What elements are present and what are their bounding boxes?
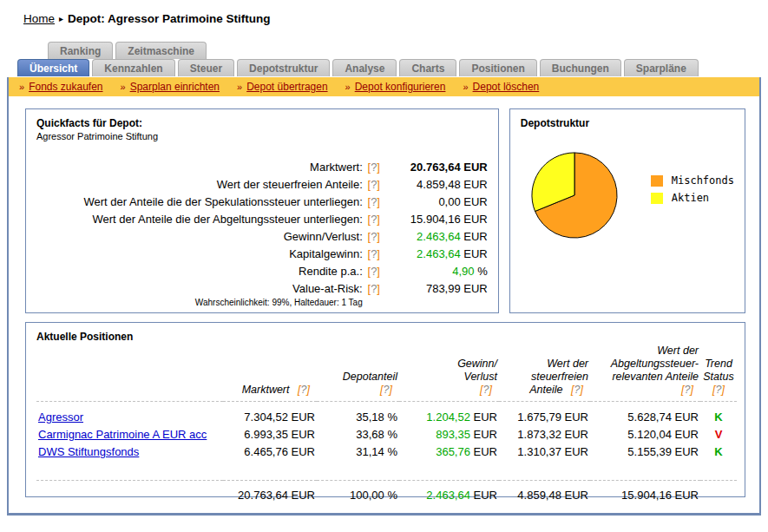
column-header-steuerfrei: Wert dersteuerfreienAnteile [?]: [499, 345, 590, 402]
help-bracket: ]: [580, 384, 582, 396]
help-icon[interactable]: [?]: [566, 384, 588, 397]
quickfact-label: Wert der Anteile die der Spekulationsste…: [83, 194, 362, 211]
primary-tab-bar: ÜbersichtKennzahlenSteuerDepotstrukturAn…: [17, 59, 768, 77]
fund-name-cell: DWS Stiftungsfonds: [36, 443, 223, 461]
double-chevron-icon: »: [121, 82, 126, 92]
pie-legend: MischfondsAktien: [651, 174, 734, 240]
double-chevron-icon: »: [19, 82, 24, 92]
help-icon[interactable]: [?]: [363, 159, 385, 176]
help-bracket: ]: [690, 384, 693, 396]
quickfact-number: 2.463,64: [417, 247, 461, 260]
positions-panel: Aktuelle Positionen Marktwert [?]Depotan…: [25, 322, 745, 497]
breadcrumb: Home▸Depot: Agressor Patrimoine Stiftung: [0, 0, 768, 28]
content-container: »Fonds zukaufen»Sparplan einrichten»Depo…: [7, 77, 761, 516]
help-bracket: ]: [377, 213, 380, 226]
table-spacer-row: [36, 461, 737, 480]
column-header-gewinn: Gewinn/Verlust[?]: [399, 345, 499, 402]
tab-buchungen[interactable]: Buchungen: [540, 59, 621, 76]
help-icon[interactable]: [?]: [475, 384, 497, 397]
action-link-depot-konfigurieren[interactable]: Depot konfigurieren: [355, 81, 446, 93]
abgeltung-cell: 5.120,04 EUR: [590, 426, 700, 443]
depot-structure-chart: MischfondsAktien: [529, 150, 734, 240]
quickfact-number: 15.904,16: [410, 213, 461, 226]
action-link-depot-l-schen[interactable]: Depot löschen: [473, 81, 540, 93]
tab-positionen[interactable]: Positionen: [459, 59, 536, 76]
help-icon[interactable]: [?]: [375, 384, 397, 397]
help-icon[interactable]: [?]: [707, 384, 730, 397]
quickfact-value: 783,99 EUR: [385, 280, 488, 298]
quickfact-value: 4,90 %: [385, 263, 488, 280]
legend-label: Aktien: [672, 192, 709, 204]
action-link-depot-bertragen[interactable]: Depot übertragen: [246, 81, 327, 93]
quickfact-label: Rendite p.a.:: [299, 263, 363, 280]
position-row: Carmignac Patrimoine A EUR acc6.993,35 E…: [36, 426, 737, 443]
position-row: DWS Stiftungsfonds6.465,76 EUR31,14 %365…: [36, 443, 737, 461]
total-steuerfrei-cell: 4.859,48 EUR: [499, 480, 590, 504]
depotstruktur-title: Depotstruktur: [521, 117, 734, 129]
tab-bersicht[interactable]: Übersicht: [17, 59, 89, 76]
quickfact-label: Wert der steuerfreien Anteile:: [217, 176, 363, 194]
tab-depotstruktur[interactable]: Depotstruktur: [237, 59, 330, 76]
gewinn-number: 893,35: [436, 428, 470, 441]
marktwert-cell: 7.304,52 EUR: [223, 402, 317, 427]
gewinn-cell: 365,76 EUR: [399, 443, 499, 461]
quickfact-label: Value-at-Risk:Wahrscheinlichkeit: 99%, H…: [195, 280, 363, 307]
fund-link-dws-stiftungsfonds[interactable]: DWS Stiftungsfonds: [38, 445, 139, 458]
quickfact-row: Gewinn/Verlust:[?]2.463,64 EUR: [36, 228, 488, 246]
help-bracket: ]: [377, 161, 380, 174]
help-bracket: ]: [377, 178, 380, 191]
action-item-sparplan-einrichten: »Sparplan einrichten: [121, 81, 220, 93]
column-header-abgeltung: Wert derAbgeltungssteuer-relevanten Ante…: [590, 345, 700, 402]
quickfacts-subtitle: Agressor Patrimoine Stiftung: [36, 131, 488, 141]
help-bracket: ]: [377, 230, 380, 243]
steuerfrei-cell: 1.675,79 EUR: [499, 402, 590, 427]
spacer-cell: [36, 461, 737, 480]
quickfacts-rows: Marktwert:[?]20.763,64 EURWert der steue…: [36, 159, 488, 307]
tab-analyse[interactable]: Analyse: [332, 59, 397, 76]
help-icon[interactable]: [?]: [363, 176, 385, 194]
help-icon[interactable]: [?]: [292, 384, 315, 397]
quickfact-value: 4.859,48 EUR: [385, 176, 488, 194]
quickfact-number: 4,90: [452, 265, 474, 278]
help-icon[interactable]: [?]: [363, 280, 385, 298]
quickfact-value: 15.904,16 EUR: [385, 211, 488, 228]
total-gewinn-cell: 2.463,64 EUR: [399, 480, 499, 504]
quickfact-row: Wert der Anteile die der Spekulationsste…: [36, 194, 488, 211]
content-area: Quickfacts für Depot: Agressor Patrimoin…: [9, 96, 759, 497]
abgeltung-cell: 5.628,74 EUR: [590, 402, 700, 427]
fund-link-agressor[interactable]: Agressor: [38, 410, 83, 424]
fund-name-cell: Carmignac Patrimoine A EUR acc: [36, 426, 223, 443]
trend-status-cell: V: [700, 426, 737, 443]
tab-sparpl-ne[interactable]: Sparpläne: [624, 59, 699, 76]
help-icon[interactable]: [?]: [363, 246, 385, 263]
fund-link-carmignac-patrimoine-a-eur-acc[interactable]: Carmignac Patrimoine A EUR acc: [38, 428, 207, 441]
total-marktwert-cell: 20.763,64 EUR: [223, 480, 317, 504]
legend-swatch-mischfonds: [651, 175, 663, 187]
help-icon[interactable]: [?]: [363, 263, 385, 280]
quickfact-number: 783,99: [426, 282, 461, 295]
help-icon[interactable]: [?]: [363, 228, 385, 246]
legend-item-mischfonds: Mischfonds: [651, 174, 734, 187]
action-link-sparplan-einrichten[interactable]: Sparplan einrichten: [130, 81, 220, 93]
quickfact-number: 4.859,48: [417, 178, 461, 191]
breadcrumb-arrow-icon: ▸: [59, 14, 63, 23]
tab-steuer[interactable]: Steuer: [178, 59, 234, 76]
gewinn-number: 1.204,52: [426, 410, 470, 424]
quickfact-value: 2.463,64 EUR: [385, 228, 488, 246]
quickfact-label: Wert der Anteile die der Abgeltungssteue…: [93, 211, 363, 228]
help-bracket: ]: [306, 384, 309, 396]
help-icon[interactable]: [?]: [363, 211, 385, 228]
tab-zeitmaschine[interactable]: Zeitmaschine: [115, 42, 207, 59]
tab-ranking[interactable]: Ranking: [48, 42, 113, 59]
quickfact-row: Value-at-Risk:Wahrscheinlichkeit: 99%, H…: [36, 280, 488, 307]
double-chevron-icon: »: [237, 82, 242, 92]
tab-kennzahlen[interactable]: Kennzahlen: [92, 59, 174, 76]
quickfact-label-note: Wahrscheinlichkeit: 99%, Haltedauer: 1 T…: [195, 298, 363, 307]
breadcrumb-home-link[interactable]: Home: [23, 12, 55, 25]
action-link-fonds-zukaufen[interactable]: Fonds zukaufen: [29, 81, 102, 93]
help-icon[interactable]: [?]: [676, 384, 699, 397]
page-title: Depot: Agressor Patrimoine Stiftung: [68, 12, 271, 25]
tab-charts[interactable]: Charts: [399, 59, 456, 76]
help-icon[interactable]: [?]: [363, 194, 385, 211]
help-bracket: ]: [377, 247, 380, 260]
